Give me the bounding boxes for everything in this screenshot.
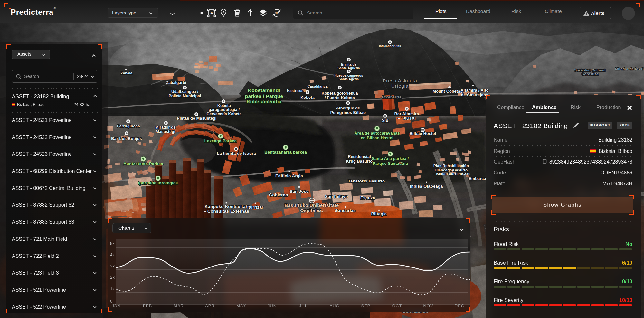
svg-text:Altamira / Alto: Altamira / Alto [460, 88, 488, 93]
svg-text:Etxebarria: Etxebarria [382, 95, 402, 99]
svg-text:Kobeta: Kobeta [217, 103, 231, 108]
svg-text:Zabala: Zabala [121, 71, 133, 75]
svg-text:Gorostiza: Gorostiza [582, 72, 599, 76]
svg-text:Albergue de: Albergue de [336, 106, 360, 110]
svg-text:Edificio Argia: Edificio Argia [275, 173, 303, 178]
svg-text:Olabeaga-Basurto: Olabeaga-Basurto [435, 168, 468, 172]
svg-text:Biltegia: Biltegia [371, 211, 387, 216]
svg-text:Pistas de Masustegi: Pistas de Masustegi [177, 116, 216, 121]
svg-text:Mirador de: Mirador de [155, 125, 175, 130]
svg-text:Plan Rehabilitación: Plan Rehabilitación [433, 164, 469, 168]
svg-text:Ermita de: Ermita de [341, 63, 356, 66]
svg-text:Inbisa Olabeaga: Inbisa Olabeaga [410, 184, 443, 189]
svg-text:Krug Basurto: Krug Basurto [346, 159, 373, 164]
svg-text:Auntzetxeta Parkea: Auntzetxeta Parkea [123, 161, 163, 166]
svg-text:Zabalgarbi: Zabalgarbi [166, 80, 186, 85]
svg-text:Bentazaharra parkea: Bentazaharra parkea [264, 150, 307, 154]
svg-text:Kobeta: Kobeta [300, 95, 315, 100]
svg-text:Sociedad Cultural: Sociedad Cultural [574, 68, 606, 72]
svg-text:Parque Santa Ana: Parque Santa Ana [373, 161, 408, 166]
svg-text:– Consultas Externas: – Consultas Externas [204, 209, 249, 214]
svg-text:Santa Ana parkea /: Santa Ana parkea / [372, 156, 409, 161]
svg-text:Kobetamendi: Kobetamendi [248, 88, 280, 93]
svg-text:Urtegia: Urtegia [391, 83, 409, 89]
svg-text:Peregrinos Bilbao: Peregrinos Bilbao [330, 110, 366, 115]
svg-text:Policía Municipal: Policía Municipal [169, 94, 201, 98]
svg-text:Cervecería Kobeta: Cervecería Kobeta [207, 112, 242, 116]
svg-text:Kobetamendia: Kobetamendia [246, 99, 281, 104]
svg-text:Gandarias: Gandarias [335, 208, 355, 213]
svg-text:San José: San José [290, 189, 309, 194]
svg-text:garagardotegia /: garagardotegia / [209, 108, 240, 112]
svg-text:Basurtuko Unibertsitate: Basurtuko Unibertsitate [285, 203, 339, 208]
svg-text:Huevos camperos: Huevos camperos [334, 74, 363, 77]
svg-text:La tienda de Isaura: La tienda de Isaura [217, 151, 256, 156]
svg-text:Kobeta gotorlekua: Kobeta gotorlekua [321, 91, 358, 96]
svg-text:Indicador rutas: Indicador rutas [379, 44, 401, 48]
svg-text:– TXUTXI: – TXUTXI [398, 116, 416, 121]
svg-text:Tanatorio Basurto: Tanatorio Basurto [348, 179, 385, 183]
svg-text:de Castrejana: de Castrejana [461, 93, 488, 97]
svg-text:Área de autocaravanas: Área de autocaravanas [354, 131, 400, 136]
svg-text:San Pelayo: San Pelayo [325, 194, 348, 199]
svg-text:Bar Altamira: Bar Altamira [394, 112, 419, 116]
svg-text:– Bilbao aurreraGO!: – Bilbao aurreraGO! [433, 172, 469, 176]
svg-text:Mirador de los Ca: Mirador de los Ca [615, 67, 644, 71]
svg-text:Escuza: Escuza [360, 195, 375, 200]
svg-text:Mount Cobetas: Mount Cobetas [433, 89, 463, 94]
svg-text:/ Fuerte Kobeta: / Fuerte Kobeta [325, 96, 355, 100]
svg-text:Casablanca: Casablanca [307, 84, 328, 88]
svg-text:Bar Los Botijos: Bar Los Botijos [111, 136, 142, 141]
svg-text:3D: 3D [275, 11, 279, 15]
svg-text:Iturrizar: Iturrizar [247, 205, 263, 210]
svg-text:Lezeaga Parkea: Lezeaga Parkea [204, 138, 237, 143]
svg-text:parkea / Parque: parkea / Parque [245, 93, 283, 99]
svg-text:Gobierno: Gobierno [269, 192, 288, 197]
svg-text:Ospitalea.: Ospitalea. [300, 208, 323, 213]
svg-text:Santa Ageda: Santa Ageda [339, 77, 359, 81]
svg-text:Kastrexana: Kastrexana [287, 89, 307, 93]
svg-text:Ferruginosa: Ferruginosa [117, 124, 140, 128]
svg-text:A: A [210, 11, 213, 15]
svg-text:Residencial: Residencial [348, 154, 371, 159]
svg-text:Udaltzaingoa /: Udaltzaingoa / [171, 89, 199, 94]
svg-text:Masustegi: Masustegi [156, 129, 175, 134]
svg-text:Santa Águeda: Santa Águeda [337, 66, 360, 70]
svg-text:Presa Askueta: Presa Askueta [383, 78, 417, 83]
svg-text:Kanpoko Kontsultak: Kanpoko Kontsultak [205, 204, 248, 209]
svg-text:XIX: XIX [382, 119, 389, 123]
svg-text:Bilbao Hostel: Bilbao Hostel [410, 131, 436, 136]
svg-text:Iparralde lorategiak: Iparralde lorategiak [138, 181, 178, 185]
svg-text:en Bilbao Hostel: en Bilbao Hostel [361, 136, 393, 140]
